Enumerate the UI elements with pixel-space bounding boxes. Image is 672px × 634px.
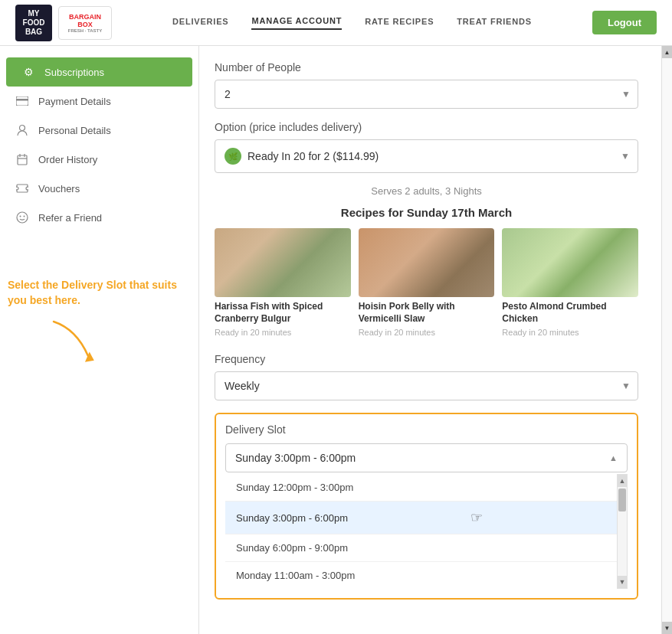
annotation-text: Select the Delivery Slot that suits you …	[8, 278, 191, 308]
number-of-people-select-wrapper: 2 ▼	[215, 80, 638, 109]
nav-rate-recipes[interactable]: RATE RECIPES	[365, 17, 434, 29]
header: MY FOOD BAG BARGAIN BOX FRESH · TASTY DE…	[0, 0, 672, 46]
delivery-slot-header[interactable]: Sunday 3:00pm - 6:00pm ▲	[225, 443, 628, 472]
recipe-image-2	[502, 228, 638, 297]
voucher-icon	[15, 181, 29, 195]
dropdown-scrollbar: ▲ ▼	[617, 474, 628, 589]
frequency-select-wrapper: Weekly ▼	[215, 371, 638, 400]
svg-rect-3	[18, 155, 27, 165]
sidebar-item-vouchers[interactable]: Vouchers	[0, 174, 198, 203]
layout: ⚙ Subscriptions Payment Details Personal…	[0, 46, 672, 634]
sidebar-item-personal-details[interactable]: Personal Details	[0, 116, 198, 145]
credit-card-icon	[15, 94, 29, 108]
main-scroll-down-button[interactable]: ▼	[662, 622, 673, 634]
sidebar-order-history-label: Order History	[38, 154, 97, 165]
slot-option-2[interactable]: Sunday 6:00pm - 9:00pm	[225, 534, 617, 562]
option-section: Option (price includes delivery) 🌿 Ready…	[215, 121, 638, 173]
svg-point-8	[16, 187, 18, 190]
delivery-slot-label: Delivery Slot	[225, 423, 628, 436]
frequency-section: Frequency Weekly ▼	[215, 353, 638, 400]
recipe-name-2: Pesto Almond Crumbed Chicken	[502, 301, 638, 325]
frequency-select[interactable]: Weekly	[215, 371, 638, 400]
sidebar-personal-label: Personal Details	[38, 125, 111, 136]
nav-manage-account[interactable]: MANAGE ACCOUNT	[251, 16, 342, 30]
option-label: Option (price includes delivery)	[215, 121, 638, 133]
logout-button[interactable]: Logout	[592, 11, 657, 34]
main-nav: DELIVERIES MANAGE ACCOUNT RATE RECIPES T…	[172, 16, 532, 30]
slot-option-3[interactable]: Monday 11:00am - 3:00pm	[225, 562, 617, 589]
delivery-slot-up-icon: ▲	[609, 453, 618, 462]
smiley-icon	[15, 211, 29, 224]
svg-point-12	[24, 216, 25, 217]
main-wrapper: Number of People 2 ▼ Option (price inclu…	[199, 46, 672, 634]
svg-rect-0	[16, 96, 28, 106]
number-of-people-select[interactable]: 2	[215, 80, 638, 109]
option-icon: 🌿	[225, 148, 241, 165]
recipe-time-0: Ready in 20 minutes	[215, 327, 351, 338]
sidebar-item-payment-details[interactable]: Payment Details	[0, 87, 198, 116]
slot-option-1[interactable]: Sunday 3:00pm - 6:00pm ☞	[225, 502, 617, 534]
cursor-icon: ☞	[470, 509, 483, 526]
option-value: Ready In 20 for 2 ($114.99)	[247, 150, 628, 162]
frequency-label: Frequency	[215, 353, 638, 365]
person-icon	[15, 123, 29, 137]
main-scroll-up-button[interactable]: ▲	[662, 46, 673, 58]
number-of-people-label: Number of People	[215, 61, 638, 74]
recipe-time-1: Ready in 20 minutes	[359, 327, 495, 338]
delivery-slot-options: Sunday 12:00pm - 3:00pm Sunday 3:00pm - …	[225, 474, 617, 589]
option-select-box[interactable]: 🌿 Ready In 20 for 2 ($114.99) ▼	[215, 139, 638, 173]
sidebar-refer-friend-label: Refer a Friend	[38, 212, 102, 224]
svg-point-2	[20, 126, 25, 131]
nav-treat-friends[interactable]: TREAT FRIENDS	[457, 17, 532, 29]
delivery-slot-dropdown: Sunday 12:00pm - 3:00pm Sunday 3:00pm - …	[225, 474, 628, 589]
main-scrollbar: ▲ ▼	[661, 46, 672, 634]
sidebar-item-refer-friend[interactable]: Refer a Friend	[0, 203, 198, 232]
recipe-image-1	[359, 228, 495, 297]
number-of-people-section: Number of People 2 ▼	[215, 61, 638, 109]
recipe-image-0	[215, 228, 351, 297]
delivery-slot-selected-value: Sunday 3:00pm - 6:00pm	[235, 452, 356, 464]
bargain-box-logo: BARGAIN BOX FRESH · TASTY	[58, 6, 112, 40]
dropdown-scroll-down-button[interactable]: ▼	[618, 576, 627, 588]
recipe-card-1: Hoisin Pork Belly with Vermicelli Slaw R…	[359, 228, 495, 338]
gear-icon: ⚙	[21, 65, 35, 79]
calendar-icon	[15, 152, 29, 166]
main-content: Number of People 2 ▼ Option (price inclu…	[199, 46, 661, 634]
dropdown-scroll-up-button[interactable]: ▲	[618, 475, 627, 487]
recipe-card-2: Pesto Almond Crumbed Chicken Ready in 20…	[502, 228, 638, 338]
svg-rect-1	[16, 99, 28, 101]
delivery-slot-section: Delivery Slot Sunday 3:00pm - 6:00pm ▲ S…	[215, 413, 638, 600]
recipe-time-2: Ready in 20 minutes	[502, 327, 638, 338]
svg-point-10	[17, 212, 28, 223]
dropdown-scroll-thumb	[618, 489, 626, 511]
slot-option-0[interactable]: Sunday 12:00pm - 3:00pm	[225, 474, 617, 502]
sidebar-vouchers-label: Vouchers	[38, 183, 80, 194]
recipe-name-1: Hoisin Pork Belly with Vermicelli Slaw	[359, 301, 495, 325]
annotation-arrow	[46, 314, 191, 370]
recipe-name-0: Harissa Fish with Spiced Cranberry Bulgu…	[215, 301, 351, 325]
svg-point-9	[26, 187, 28, 190]
recipes-title: Recipes for Sunday 17th March	[215, 206, 638, 219]
recipe-cards: Harissa Fish with Spiced Cranberry Bulgu…	[215, 228, 638, 338]
svg-marker-13	[84, 351, 94, 362]
sidebar: ⚙ Subscriptions Payment Details Personal…	[0, 46, 199, 634]
sidebar-payment-label: Payment Details	[38, 96, 111, 107]
nav-deliveries[interactable]: DELIVERIES	[172, 17, 228, 29]
serves-text: Serves 2 adults, 3 Nights	[215, 185, 638, 197]
sidebar-item-subscriptions[interactable]: ⚙ Subscriptions	[6, 57, 192, 87]
sidebar-subscriptions-label: Subscriptions	[44, 67, 104, 78]
option-chevron-icon: ▼	[621, 151, 630, 162]
svg-point-11	[20, 216, 21, 217]
recipe-card-0: Harissa Fish with Spiced Cranberry Bulgu…	[215, 228, 351, 338]
my-food-bag-logo: MY FOOD BAG	[15, 5, 52, 41]
logos: MY FOOD BAG BARGAIN BOX FRESH · TASTY	[15, 5, 112, 41]
sidebar-item-order-history[interactable]: Order History	[0, 145, 198, 174]
